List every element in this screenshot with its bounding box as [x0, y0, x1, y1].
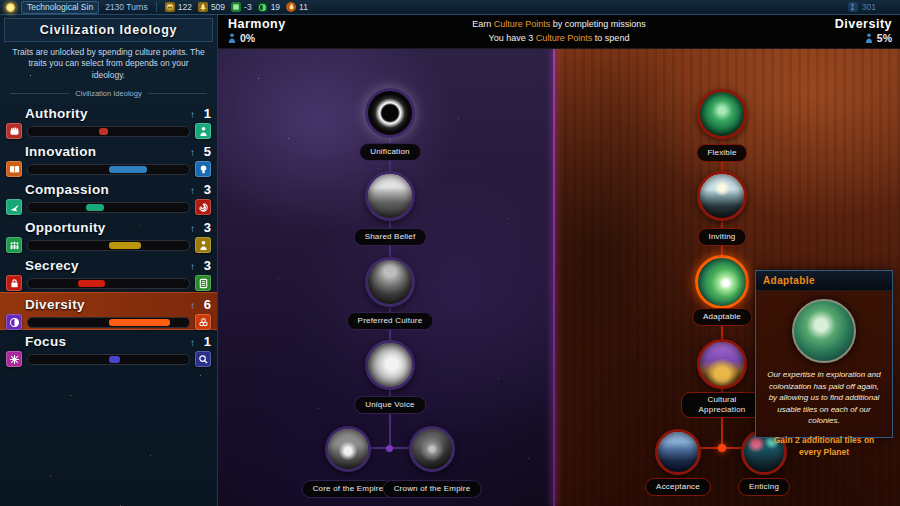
- up-arrow-icon: ↑: [190, 300, 195, 311]
- sidebar-subheader: Civilization Ideology: [10, 89, 207, 98]
- spiral-icon: [195, 199, 211, 215]
- trait-value: 5: [199, 144, 211, 159]
- trait-name: Innovation: [25, 144, 96, 159]
- trait-row-diversity[interactable]: Diversity ↑6: [0, 292, 217, 330]
- trait-name: Authority: [25, 106, 88, 121]
- node-cultural-appreciation-icon[interactable]: [697, 339, 747, 389]
- trait-name: Compassion: [25, 182, 109, 197]
- node-flexible-icon[interactable]: [697, 89, 747, 139]
- hourglass-icon: [848, 2, 858, 12]
- person-icon: [228, 33, 236, 44]
- tooltip-bonus: Gain 2 additional tiles on every Planet: [756, 434, 892, 459]
- trait-name: Diversity: [25, 297, 85, 312]
- node-label-shared-belief[interactable]: Shared Belief: [354, 228, 427, 246]
- lightbulb-icon: [195, 161, 211, 177]
- node-core-of-empire-icon[interactable]: [325, 426, 371, 472]
- up-arrow-icon: ↑: [190, 223, 195, 234]
- node-label-acceptance[interactable]: Acceptance: [645, 478, 711, 496]
- node-shared-belief-icon[interactable]: [365, 171, 415, 221]
- node-adaptable-icon[interactable]: [695, 255, 749, 309]
- lock-icon: [6, 275, 22, 291]
- resource-influence[interactable]: 19: [258, 2, 280, 12]
- harmony-tree-column: Unification Shared Belief Preferred Cult…: [218, 48, 553, 506]
- ideology-screen: Technological Sin 2130 Turns 122 509 -3: [0, 0, 900, 506]
- up-arrow-icon: ↑: [190, 109, 195, 120]
- approval-icon: [286, 2, 296, 12]
- node-unique-voice-icon[interactable]: [365, 340, 415, 390]
- trait-row-secrecy[interactable]: Secrecy ↑3: [0, 254, 217, 292]
- credits-icon: [165, 2, 175, 12]
- trait-value: 3: [199, 182, 211, 197]
- trait-value: 1: [199, 106, 211, 121]
- harmony-junction-dot: [386, 445, 393, 452]
- food-icon: [231, 2, 241, 12]
- node-preferred-culture-icon[interactable]: [365, 257, 415, 307]
- person-icon: [865, 33, 873, 44]
- diversity-header: Diversity 5%: [835, 17, 892, 44]
- research-icon: [198, 2, 208, 12]
- node-label-flexible[interactable]: Flexible: [696, 144, 747, 162]
- up-arrow-icon: ↑: [190, 147, 195, 158]
- page-title: Civilization Ideology: [4, 18, 213, 42]
- legions-value: 301: [862, 2, 876, 12]
- current-research-button[interactable]: Technological Sin: [21, 1, 99, 14]
- node-label-core-of-empire[interactable]: Core of the Empire: [302, 480, 395, 498]
- node-label-unique-voice[interactable]: Unique Voice: [354, 396, 426, 414]
- tooltip-title: Adaptable: [756, 271, 892, 291]
- trait-row-compassion[interactable]: Compassion ↑3: [0, 178, 217, 216]
- node-label-unification[interactable]: Unification: [359, 143, 421, 161]
- sidebar-description: Traits are unlocked by spending culture …: [0, 47, 217, 81]
- node-inviting-icon[interactable]: [697, 171, 747, 221]
- adaptable-tooltip: Adaptable Our expertise in exploration a…: [755, 270, 893, 438]
- credits-value: 122: [178, 2, 192, 12]
- node-label-cultural-appreciation[interactable]: Cultural Appreciation: [681, 392, 763, 418]
- trait-row-innovation[interactable]: Innovation ↑5: [0, 140, 217, 178]
- opportunity-axis-slider: [27, 240, 190, 251]
- node-label-inviting[interactable]: Inviting: [698, 228, 747, 246]
- up-arrow-icon: ↑: [190, 337, 195, 348]
- node-label-crown-of-empire[interactable]: Crown of the Empire: [383, 480, 482, 498]
- divider: [156, 2, 157, 12]
- group-icon: [6, 237, 22, 253]
- culture-header: Harmony 0% Earn Culture Points by comple…: [218, 15, 900, 49]
- node-unification-icon[interactable]: [365, 88, 415, 138]
- worker-icon: [195, 237, 211, 253]
- top-resource-bar: Technological Sin 2130 Turns 122 509 -3: [0, 0, 900, 15]
- up-arrow-icon: ↑: [190, 185, 195, 196]
- secrecy-axis-slider: [27, 278, 190, 289]
- food-value: -3: [244, 2, 252, 12]
- resource-food[interactable]: -3: [231, 2, 252, 12]
- citizen-icon: [195, 123, 211, 139]
- trait-row-opportunity[interactable]: Opportunity ↑3: [0, 216, 217, 254]
- resource-approval[interactable]: 11: [286, 2, 308, 12]
- node-label-enticing[interactable]: Enticing: [738, 478, 790, 496]
- compassion-axis-slider: [27, 202, 190, 213]
- fist-icon: [6, 123, 22, 139]
- trait-name: Opportunity: [25, 220, 106, 235]
- node-label-adaptable[interactable]: Adaptable: [692, 308, 752, 326]
- trait-value: 3: [199, 258, 211, 273]
- trait-row-authority[interactable]: Authority ↑1: [0, 102, 217, 140]
- trait-value: 6: [199, 297, 211, 312]
- authority-axis-slider: [27, 126, 190, 137]
- node-label-preferred-culture[interactable]: Preferred Culture: [347, 312, 434, 330]
- trait-row-focus[interactable]: Focus ↑1: [0, 330, 217, 368]
- magnifier-icon: [195, 351, 211, 367]
- harmony-title: Harmony: [228, 17, 286, 31]
- node-acceptance-icon[interactable]: [655, 429, 701, 475]
- diversity-percent: 5%: [877, 32, 892, 44]
- approval-value: 11: [299, 2, 308, 12]
- flower-icon: [6, 351, 22, 367]
- tooltip-planet-icon: [792, 299, 856, 363]
- node-crown-of-empire-icon[interactable]: [409, 426, 455, 472]
- unity-swirl-icon: [6, 314, 22, 330]
- up-arrow-icon: ↑: [190, 261, 195, 272]
- column-divider: [553, 48, 555, 506]
- trait-value: 1: [199, 334, 211, 349]
- trait-list: Authority ↑1 Innovation ↑5: [0, 102, 217, 368]
- diversity-junction-dot: [718, 444, 726, 452]
- resource-credits[interactable]: 122: [165, 2, 192, 12]
- resource-legions[interactable]: 301: [848, 2, 894, 12]
- influence-value: 19: [271, 2, 280, 12]
- resource-research[interactable]: 509: [198, 2, 225, 12]
